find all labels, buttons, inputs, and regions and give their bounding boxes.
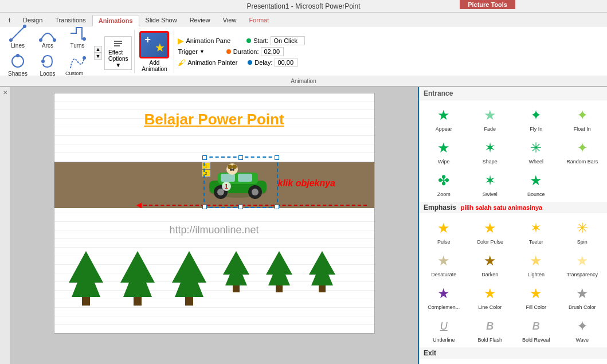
svg-marker-35: [309, 251, 335, 285]
animation-painter-btn[interactable]: 🖌 Animation Painter: [178, 58, 237, 67]
ribbon: Lines Arcs Turns: [0, 26, 607, 87]
anim-fly-out[interactable]: ✦ Fly Out: [514, 361, 559, 364]
tab-slideshow[interactable]: Slide Show: [139, 14, 183, 26]
anim-pulse[interactable]: ★ Pulse: [421, 216, 467, 247]
anim-wheel[interactable]: ✳ Wheel: [514, 135, 559, 167]
svg-point-8: [83, 56, 86, 60]
anim-wipe[interactable]: ★ Wipe: [421, 135, 467, 167]
wipe-icon: ★: [433, 138, 454, 158]
delay-value[interactable]: 00,00: [275, 58, 297, 67]
anim-spin[interactable]: ✳ Spin: [560, 216, 605, 247]
scroll-up-btn[interactable]: ▲: [94, 46, 102, 53]
handle-bm[interactable]: [238, 205, 243, 209]
anim-bounce[interactable]: ★ Bounce: [514, 168, 559, 199]
anim-desaturate[interactable]: ★ Desaturate: [421, 248, 467, 280]
turns-icon: [68, 24, 87, 42]
anim-darken[interactable]: ★ Darken: [468, 248, 513, 280]
random-bars-icon: ✦: [572, 138, 593, 158]
anim-disappear[interactable]: ✦ Disappear: [421, 361, 467, 364]
picture-tools-tab[interactable]: Picture Tools: [460, 0, 515, 9]
anim-color-pulse[interactable]: ★ Color Pulse: [468, 216, 513, 247]
svg-rect-28: [134, 297, 142, 306]
anim-fly-in[interactable]: ✦ Fly In: [514, 103, 559, 134]
tab-view[interactable]: View: [217, 14, 243, 26]
swivel-icon: ✶: [480, 170, 500, 191]
svg-point-2: [53, 38, 56, 42]
svg-rect-32: [233, 285, 240, 292]
tree-2: [118, 248, 158, 317]
motion-turns-btn[interactable]: Turns: [63, 23, 92, 50]
transparency-icon: ★: [572, 251, 593, 271]
desaturate-icon: ★: [433, 251, 454, 271]
appear-icon: ★: [433, 105, 454, 126]
darken-icon: ★: [480, 251, 500, 271]
add-animation-label: AddAnimation: [142, 60, 167, 72]
underline-icon: U: [433, 316, 454, 336]
scroll-down-btn[interactable]: ▼: [94, 53, 102, 60]
effect-options-btn[interactable]: EffectOptions ▼: [104, 36, 132, 70]
anim-brush-color[interactable]: ★ Brush Color: [560, 281, 605, 312]
animation-pane-btn[interactable]: ▶ Animation Pane: [178, 36, 230, 45]
duration-dot: [226, 49, 231, 54]
anim-fill-color[interactable]: ★ Fill Color: [514, 281, 559, 312]
anim-fade[interactable]: ★ Fade: [468, 103, 513, 134]
tree-6: [307, 248, 338, 300]
anim-teeter[interactable]: ✶ Teeter: [514, 216, 559, 247]
app-title: Presentation1 - Microsoft PowerPoint: [246, 2, 360, 10]
trigger-btn[interactable]: Trigger ▼: [178, 48, 204, 55]
complementary-icon: ★: [433, 283, 454, 304]
trees-area: [54, 248, 374, 317]
handle-br[interactable]: [275, 205, 279, 209]
right-animation-panel: Entrance ★ Appear ★ Fade ✦ Fly In ✦ Floa…: [418, 87, 607, 364]
start-value[interactable]: On Click: [271, 36, 305, 45]
svg-marker-29: [172, 251, 206, 297]
add-animation-btn[interactable]: + ★: [139, 31, 169, 58]
anim-swivel[interactable]: ✶ Swivel: [468, 168, 513, 199]
emphasis-header: Emphasis pilih salah satu animasinya: [419, 202, 607, 213]
car-object[interactable]: 1: [203, 156, 278, 208]
tab-format[interactable]: Format: [242, 14, 275, 26]
slide-panel: ✕: [0, 87, 10, 364]
anim-bold-reveal[interactable]: B Bold Reveal: [514, 314, 559, 345]
svg-marker-27: [120, 251, 155, 297]
anim-float-out[interactable]: ✦ Float Out: [560, 361, 605, 364]
slide-title-text: Belajar Power Point: [144, 111, 284, 128]
svg-rect-36: [319, 285, 326, 292]
motion-lines-btn[interactable]: Lines: [3, 23, 32, 50]
handle-bl[interactable]: [202, 205, 207, 209]
tab-animations[interactable]: Animations: [92, 15, 139, 26]
start-dot: [246, 38, 251, 43]
anim-shape[interactable]: ✶ Shape: [468, 135, 513, 167]
slide-canvas: Belajar Power Point ◄ klik objeknya 1 2: [54, 93, 375, 334]
anim-float-in[interactable]: ✦ Float In: [560, 103, 605, 134]
svg-point-4: [83, 37, 86, 41]
anim-zoom[interactable]: ✤ Zoom: [421, 168, 467, 199]
svg-point-7: [41, 60, 45, 63]
url-text: http://ilmuonline.net: [54, 224, 374, 236]
anim-wave[interactable]: ✦ Wave: [560, 314, 605, 345]
anim-underline[interactable]: U Underline: [421, 314, 467, 345]
anim-random-bars[interactable]: ✦ Random Bars: [560, 135, 605, 167]
tab-review[interactable]: Review: [183, 14, 217, 26]
bold-flash-icon: B: [480, 316, 500, 336]
close-icon[interactable]: ✕: [3, 89, 7, 96]
handle-tr[interactable]: [275, 155, 279, 160]
svg-rect-30: [185, 297, 193, 306]
motion-arcs-btn[interactable]: Arcs: [33, 23, 62, 50]
anim-lighten[interactable]: ★ Lighten: [514, 248, 559, 280]
anim-line-color[interactable]: ★ Line Color: [468, 281, 513, 312]
canvas-area: Belajar Power Point ◄ klik objeknya 1 2: [10, 87, 418, 364]
ribbon-scroll: ▲ ▼: [94, 46, 102, 60]
teeter-icon: ✶: [526, 218, 546, 238]
anim-transparency[interactable]: ★ Transparency: [560, 248, 605, 280]
tree-4: [221, 248, 252, 300]
anim-bold-flash[interactable]: B Bold Flash: [468, 314, 513, 345]
lighten-icon: ★: [526, 251, 546, 271]
handle-tl[interactable]: [202, 155, 207, 160]
anim-fade-out[interactable]: ★ Fade: [468, 361, 513, 364]
anim-appear[interactable]: ★ Appear: [421, 103, 467, 134]
duration-value[interactable]: 02,00: [261, 47, 284, 56]
entrance-header: Entrance: [419, 87, 607, 100]
anim-complementary[interactable]: ★ Complemen...: [421, 281, 467, 312]
handle-tm[interactable]: [238, 155, 243, 160]
